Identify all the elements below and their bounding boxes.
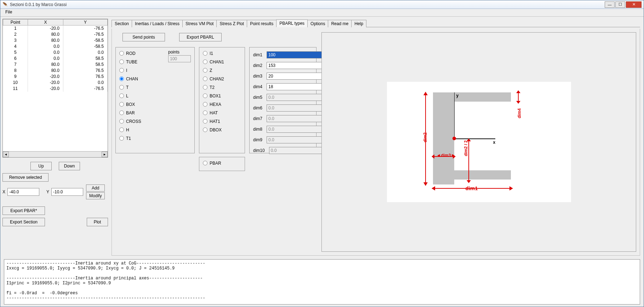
output-console[interactable]: ---------------------------Inertia aroun…	[4, 259, 640, 305]
dim4-label: dim4	[517, 108, 522, 118]
remove-selected-button[interactable]: Remove selected	[2, 173, 49, 182]
tab-help[interactable]: Help	[351, 20, 366, 27]
dim1-input[interactable]	[267, 51, 323, 58]
radio-chan2[interactable]: CHAN2	[203, 75, 241, 83]
table-row[interactable]: 40.0-58.5	[3, 44, 108, 50]
dim2-input[interactable]	[267, 62, 323, 69]
table-row[interactable]: 60.058.5	[3, 56, 108, 62]
modify-button[interactable]: Modify	[86, 192, 105, 199]
type-group-b: I1CHAN1ZCHAN2T2BOX1HEXAHATHAT1DBOX	[199, 47, 245, 153]
tabs: SectionInertias / Loads / StressStress V…	[112, 19, 640, 27]
dim4-input[interactable]	[267, 83, 323, 90]
dim8-label: dim8	[253, 127, 262, 132]
radio-dbox[interactable]: DBOX	[203, 126, 241, 133]
plot-button[interactable]: Plot	[87, 218, 108, 226]
tab-pbarl-types[interactable]: PBARL types	[276, 19, 308, 27]
table-row[interactable]: 880.076.5	[3, 68, 108, 74]
dim10-label: dim10	[253, 148, 265, 153]
add-button[interactable]: Add	[86, 184, 105, 192]
tab-stress-vm-plot[interactable]: Stress VM Plot	[182, 20, 217, 27]
export-section-button[interactable]: Export Section	[2, 218, 45, 226]
tab-inertias-loads-stress[interactable]: Inertias / Loads / Stress	[132, 20, 183, 27]
tab-options[interactable]: Options	[307, 20, 328, 27]
scroll-left-icon[interactable]: ◄	[3, 152, 9, 157]
radio-box1[interactable]: BOX1	[203, 92, 241, 100]
radio-rod[interactable]: ROD	[119, 50, 165, 57]
radio-h[interactable]: H	[119, 126, 165, 133]
dim3-label: ◄dim3►	[437, 153, 456, 158]
col-y[interactable]: Y	[63, 19, 108, 25]
tab-point-results[interactable]: Point results	[247, 20, 277, 27]
dimensions-panel: dim1 dim2 dim3 dim4 dim5 dim6 dim7 dim8 …	[249, 47, 317, 153]
radio-i[interactable]: I	[119, 67, 165, 74]
radio-t[interactable]: T	[119, 84, 165, 91]
radio-box[interactable]: BOX	[119, 101, 165, 108]
col-point[interactable]: Point	[3, 19, 28, 25]
dim6-label: dim6	[253, 106, 262, 110]
radio-t2[interactable]: T2	[203, 84, 241, 91]
send-points-button[interactable]: Send points	[122, 33, 165, 41]
radio-pbar[interactable]: PBAR	[203, 159, 241, 167]
type-group-a: RODTUBEICHANTLBOXBARCROSSHT1	[119, 50, 165, 156]
radio-chan[interactable]: CHAN	[119, 75, 165, 83]
x-label: X	[2, 189, 5, 194]
table-row[interactable]: 380.0-58.5	[3, 38, 108, 44]
tab-section[interactable]: Section	[112, 20, 132, 27]
dim2-label: dim2	[253, 63, 262, 68]
dim3-label: dim3	[253, 74, 262, 79]
export-pbar-button[interactable]: Export PBAR*	[2, 206, 45, 215]
close-button[interactable]: ✕	[626, 1, 642, 8]
dim3-input[interactable]	[267, 73, 323, 80]
radio-l[interactable]: L	[119, 92, 165, 100]
table-row[interactable]: 10-20.00.0	[3, 80, 108, 86]
x-axis-label: x	[493, 140, 496, 145]
table-row[interactable]: 11-20.0-76.5	[3, 86, 108, 92]
y-input[interactable]	[51, 188, 83, 196]
points-table[interactable]: Point X Y 1-20.0-76.5280.0-76.5380.0-58.…	[2, 19, 108, 158]
dim1-label: dim1	[253, 52, 262, 57]
radio-t1[interactable]: T1	[119, 135, 165, 142]
radio-bar[interactable]: BAR	[119, 109, 165, 116]
dim2-label: dim2	[423, 132, 428, 142]
table-row[interactable]: 780.058.5	[3, 62, 108, 68]
y-axis-label: y	[456, 93, 459, 98]
maximize-button[interactable]: ☐	[615, 1, 625, 8]
minimize-button[interactable]: —	[605, 1, 615, 8]
origin-dot	[452, 137, 456, 140]
up-button[interactable]: Up	[30, 162, 52, 170]
radio-hat1[interactable]: HAT1	[203, 118, 241, 125]
table-row[interactable]: 9-20.076.5	[3, 74, 108, 80]
menubar: File	[0, 9, 644, 17]
down-button[interactable]: Down	[59, 162, 80, 170]
radio-hat[interactable]: HAT	[203, 109, 241, 116]
dim5-label: dim5	[253, 95, 262, 100]
tab-stress-z-plot[interactable]: Stress Z Plot	[216, 20, 247, 27]
h-scrollbar[interactable]: ◄ ►	[3, 151, 108, 157]
radio-tube[interactable]: TUBE	[119, 58, 165, 66]
y-label: Y	[46, 189, 49, 194]
dim8-input	[267, 126, 323, 133]
dim5-input	[267, 94, 323, 101]
radio-cross[interactable]: CROSS	[119, 118, 165, 125]
tab-read-me[interactable]: Read me	[328, 20, 352, 27]
export-pbarl-button[interactable]: Export PBARL	[179, 33, 222, 41]
dim4-label: dim4	[253, 84, 262, 89]
table-row[interactable]: 280.0-76.5	[3, 32, 108, 38]
radio-hexa[interactable]: HEXA	[203, 101, 241, 108]
col-x[interactable]: X	[28, 19, 63, 25]
x-input[interactable]	[7, 188, 39, 196]
feather-icon: 🪶	[2, 2, 8, 7]
radio-z[interactable]: Z	[203, 67, 241, 74]
radio-i1[interactable]: I1	[203, 50, 241, 57]
radio-chan1[interactable]: CHAN1	[203, 58, 241, 66]
window-title: Sezioni 0.0.1 by Marco Grassi	[10, 2, 604, 7]
dim9-input	[267, 136, 323, 143]
menu-file[interactable]: File	[3, 9, 14, 15]
dim7-input	[267, 115, 323, 122]
dim2half-label: dim2 / 2	[463, 140, 468, 156]
table-row[interactable]: 1-20.0-76.5	[3, 25, 108, 32]
scroll-right-icon[interactable]: ►	[102, 152, 108, 157]
pbar-radio-input[interactable]	[203, 161, 207, 165]
points-label: points	[168, 50, 191, 55]
table-row[interactable]: 50.00.0	[3, 50, 108, 56]
